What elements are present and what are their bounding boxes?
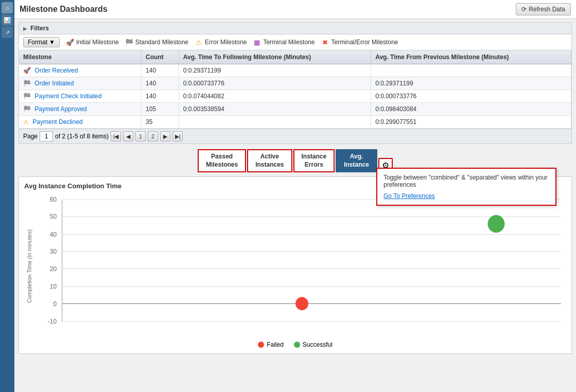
legend-failed: Failed [258, 341, 284, 348]
cell-milestone-name: 🏁 Payment Check Initiated [19, 90, 142, 103]
cell-time-to: 0:0.29371199 [179, 64, 371, 77]
refresh-button[interactable]: ⟳ Refresh Data [516, 3, 571, 15]
cell-milestone-name: ⚠ Payment Declined [19, 116, 142, 129]
go-to-preferences-link[interactable]: Go To Preferences [383, 192, 435, 200]
error-milestone-type[interactable]: ⚠ Error Milestone [195, 39, 247, 46]
row-type-icon: 🏁 [23, 93, 31, 100]
standard-milestone-type[interactable]: 🏁 Standard Milestone [125, 39, 188, 46]
tab-active-instances[interactable]: ActiveInstances [247, 149, 292, 172]
milestone-table: Milestone Count Avg. Time To Following M… [19, 50, 571, 129]
legend-failed-dot [258, 342, 264, 348]
cell-time-from: 0:0.299077551 [371, 116, 571, 129]
page-num-2[interactable]: 2 [148, 131, 158, 141]
page-last-button[interactable]: ▶| [172, 131, 183, 141]
milestone-link[interactable]: Payment Check Initiated [34, 93, 101, 100]
cell-milestone-name: 🚀 Order Received [19, 64, 142, 77]
initial-milestone-label: Initial Milestone [76, 39, 119, 46]
page-first-button[interactable]: |◀ [111, 131, 121, 141]
sidebar-icon-export[interactable]: ↗ [2, 27, 13, 38]
terminal-milestone-label: Terminal Milestone [263, 39, 315, 46]
cell-count: 105 [142, 103, 179, 116]
cell-time-to: 0:0.000733776 [179, 77, 371, 90]
row-type-icon: 🚀 [23, 67, 31, 74]
table-header-row: Milestone Count Avg. Time To Following M… [19, 50, 571, 64]
cell-time-to: 0:0.003538594 [179, 103, 371, 116]
row-type-icon: 🏁 [23, 105, 31, 113]
refresh-icon: ⟳ [521, 6, 527, 13]
table-row: 🏁 Order Initiated 140 0:0.000733776 0:0.… [19, 77, 571, 90]
sidebar-icon-chart[interactable]: 📊 [2, 14, 13, 26]
legend-successful-label: Successful [303, 341, 333, 348]
standard-milestone-label: Standard Milestone [135, 39, 188, 46]
cell-count: 140 [142, 77, 179, 90]
y-axis-label: Completion Time (in minutes) [24, 194, 34, 338]
row-type-icon: 🏁 [23, 80, 31, 87]
svg-text:50: 50 [49, 213, 57, 220]
col-count: Count [142, 50, 179, 64]
initial-milestone-icon: 🚀 [66, 39, 74, 46]
cell-time-from: 0:0.000733776 [371, 90, 571, 103]
terminal-milestone-type[interactable]: ▦ Terminal Milestone [253, 39, 315, 46]
error-milestone-icon: ⚠ [195, 39, 203, 46]
milestone-link[interactable]: Order Initiated [34, 80, 74, 87]
format-dropdown-arrow: ▼ [49, 39, 55, 46]
terminal-error-milestone-icon: ✖ [321, 39, 329, 46]
row-type-icon: ⚠ [23, 118, 29, 126]
format-dropdown-button[interactable]: Format ▼ [23, 37, 60, 47]
cell-count: 140 [142, 90, 179, 103]
page-next-button[interactable]: ▶ [160, 131, 170, 141]
chart-inner: 60 50 40 30 20 10 0 [36, 194, 566, 338]
chart-svg: 60 50 40 30 20 10 0 [36, 194, 566, 338]
svg-text:0: 0 [53, 300, 57, 307]
cell-time-to [179, 116, 371, 129]
col-time-to: Avg. Time To Following Milestone (Minute… [179, 50, 371, 64]
page-title: Milestone Dashboards [20, 5, 108, 14]
initial-milestone-type[interactable]: 🚀 Initial Milestone [66, 39, 119, 46]
svg-text:30: 30 [49, 248, 57, 255]
legend-failed-label: Failed [267, 341, 284, 348]
svg-text:20: 20 [49, 265, 57, 273]
filters-label: Filters [30, 25, 49, 32]
tab-passed-milestones[interactable]: PassedMilestones [198, 149, 246, 172]
page-num-1[interactable]: 1 [135, 131, 146, 141]
col-milestone: Milestone [19, 50, 142, 64]
svg-text:-10: -10 [47, 318, 57, 325]
cell-count: 35 [142, 116, 179, 129]
milestone-link[interactable]: Payment Declined [32, 118, 82, 126]
cell-time-to: 0:0.074044082 [179, 90, 371, 103]
tooltip-message: Toggle between "combined" & "separated" … [383, 174, 549, 188]
cell-time-from: 0:0.29371199 [371, 77, 571, 90]
chart-legend: Failed Successful [24, 341, 566, 348]
svg-text:60: 60 [49, 196, 57, 203]
legend-successful-dot [294, 342, 300, 348]
content-area: ▶ Filters Format ▼ 🚀 Initial Milestone 🏁… [14, 19, 576, 392]
chart-tabs-section: PassedMilestones ActiveInstances Instanc… [19, 149, 572, 172]
sidebar: ⌂ 📊 ↗ [0, 0, 14, 392]
sidebar-icon-home[interactable]: ⌂ [2, 2, 13, 13]
filters-toggle-icon[interactable]: ▶ [23, 26, 27, 31]
format-label: Format [28, 39, 47, 46]
pagination-bar: Page of 2 (1-5 of 8 items) |◀ ◀ 1 2 ▶ ▶| [19, 129, 572, 144]
main-content: Milestone Dashboards ⟳ Refresh Data ▶ Fi… [14, 0, 576, 392]
refresh-label: Refresh Data [529, 6, 565, 13]
terminal-milestone-icon: ▦ [253, 39, 261, 46]
tab-avg-instance[interactable]: Avg.Instance [336, 149, 377, 172]
cell-count: 140 [142, 64, 179, 77]
format-toolbar: Format ▼ 🚀 Initial Milestone 🏁 Standard … [19, 34, 572, 50]
header-bar: Milestone Dashboards ⟳ Refresh Data [14, 0, 576, 19]
successful-data-point [487, 215, 504, 233]
filters-bar: ▶ Filters [19, 22, 572, 34]
chart-area: Completion Time (in minutes) 60 [24, 194, 566, 338]
table-row: 🏁 Payment Approved 105 0:0.003538594 0:0… [19, 103, 571, 116]
tab-instance-errors[interactable]: InstanceErrors [293, 149, 335, 172]
table-row: 🏁 Payment Check Initiated 140 0:0.074044… [19, 90, 571, 103]
terminal-error-milestone-type[interactable]: ✖ Terminal/Error Milestone [321, 39, 398, 46]
page-number-input[interactable] [40, 131, 53, 141]
table-row: 🚀 Order Received 140 0:0.29371199 [19, 64, 571, 77]
milestone-link[interactable]: Order Received [34, 67, 78, 74]
page-prev-button[interactable]: ◀ [123, 131, 133, 141]
milestone-link[interactable]: Payment Approved [34, 105, 86, 113]
failed-data-point [295, 297, 308, 310]
cell-milestone-name: 🏁 Payment Approved [19, 103, 142, 116]
milestone-table-container: Milestone Count Avg. Time To Following M… [19, 50, 572, 129]
